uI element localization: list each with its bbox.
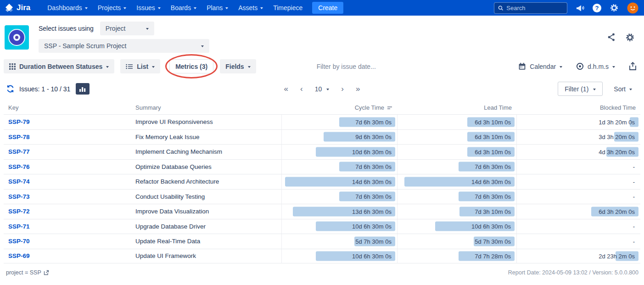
calendar-dropdown[interactable]: Calendar xyxy=(518,62,562,70)
issue-key-link[interactable]: SSP-71 xyxy=(4,223,131,230)
lead-time-cell: 7d 3h 10m 0s xyxy=(397,204,516,219)
issue-summary: Improve Data Visualization xyxy=(131,208,281,215)
table-row: SSP-76Optimize Database Queries7d 6h 30m… xyxy=(4,159,640,174)
blocked-time-cell: - xyxy=(516,190,640,204)
nav-item-projects[interactable]: Projects xyxy=(93,0,132,16)
view-mode-dropdown[interactable]: List xyxy=(120,59,160,73)
nav-item-label: Timepiece xyxy=(273,4,302,11)
issue-date-filter-input[interactable] xyxy=(317,63,415,70)
issue-key-link[interactable]: SSP-76 xyxy=(4,163,131,170)
cycle-time-cell: 7d 6h 30m 0s xyxy=(281,115,397,129)
filter-sort-icon xyxy=(387,106,392,110)
metrics-button[interactable]: Metrics (3) xyxy=(169,59,213,73)
report-settings-gear-icon[interactable] xyxy=(625,33,635,42)
external-link-icon xyxy=(44,270,49,275)
last-page-button[interactable]: » xyxy=(356,85,360,93)
cycle-time-cell: 5d 7h 30m 0s xyxy=(281,234,397,249)
cycle-time-cell: 13d 6h 30m 0s xyxy=(281,204,397,219)
chevron-down-icon xyxy=(593,89,596,90)
report-type-dropdown[interactable]: Duration Between Statuses xyxy=(4,59,114,73)
share-icon[interactable] xyxy=(607,33,616,42)
filter-dropdown[interactable]: Filter (1) xyxy=(558,82,603,96)
issue-key-link[interactable]: SSP-77 xyxy=(4,148,131,155)
global-search[interactable] xyxy=(494,2,567,14)
nav-item-label: Assets xyxy=(238,4,258,11)
duration-value: 3d 3h 20m 0s xyxy=(599,134,635,140)
issue-source-header: Select issues using Project SSP - Sample… xyxy=(0,16,644,56)
cycle-time-header-label: Cycle Time xyxy=(355,104,384,111)
column-header-cycle-time[interactable]: Cycle Time xyxy=(281,104,397,111)
page-size-value: 10 xyxy=(315,85,322,93)
jira-logo[interactable]: Jira xyxy=(5,3,30,12)
issue-key-link[interactable]: SSP-74 xyxy=(4,178,131,185)
column-header-summary[interactable]: Summary xyxy=(131,104,281,111)
project-dropdown[interactable]: SSP - Sample Scrum Project xyxy=(39,39,209,53)
issue-summary: Implement Caching Mechanism xyxy=(131,148,281,155)
duration-value: - xyxy=(633,238,635,245)
jql-text: project = SSP xyxy=(6,269,41,276)
chevron-down-icon xyxy=(326,89,329,90)
chevron-down-icon xyxy=(106,66,109,68)
page-size-dropdown[interactable]: 10 xyxy=(315,85,330,93)
issue-source-mode-dropdown[interactable]: Project xyxy=(100,22,154,35)
create-button[interactable]: Create xyxy=(312,2,343,14)
next-page-button[interactable]: › xyxy=(341,85,344,93)
column-header-blocked-time[interactable]: Blocked Time xyxy=(516,104,640,111)
nav-item-boards[interactable]: Boards xyxy=(166,0,202,16)
time-format-dropdown[interactable]: d.h.m.s xyxy=(576,62,615,70)
duration-value: - xyxy=(633,163,635,170)
chevron-down-icon xyxy=(201,45,204,47)
sort-label: Sort xyxy=(614,85,626,93)
duration-value: 10d 6h 30m 0s xyxy=(352,252,392,259)
chevron-down-icon xyxy=(612,66,615,68)
lead-time-cell: 7d 7h 28m 0s xyxy=(397,249,516,263)
lead-time-cell: 14d 6h 30m 0s xyxy=(397,174,516,189)
chart-view-toggle-button[interactable] xyxy=(76,83,90,95)
refresh-icon[interactable] xyxy=(6,84,15,93)
issues-pagination-bar: Issues: 1 - 10 / 31 « ‹ 10 › » Filter (1… xyxy=(0,78,644,101)
fields-dropdown[interactable]: Fields xyxy=(220,59,256,73)
sort-dropdown[interactable]: Sort xyxy=(614,85,632,93)
lead-time-cell: 5d 7h 30m 0s xyxy=(397,234,516,249)
nav-item-label: Projects xyxy=(98,4,121,11)
announcements-icon[interactable] xyxy=(576,4,584,12)
export-icon[interactable] xyxy=(629,62,637,71)
filter-label: Filter (1) xyxy=(565,85,588,93)
user-avatar[interactable] xyxy=(627,2,638,14)
duration-value: 7d 7h 28m 0s xyxy=(475,252,511,259)
blocked-time-cell: 2d 23h 2m 0s xyxy=(516,249,640,263)
jql-link[interactable]: project = SSP xyxy=(6,269,49,276)
cycle-time-cell: 7d 6h 30m 0s xyxy=(281,190,397,204)
lead-time-cell: 6d 3h 10m 0s xyxy=(397,115,516,129)
issue-key-link[interactable]: SSP-72 xyxy=(4,208,131,215)
table-row: SSP-79Improve UI Responsiveness7d 6h 30m… xyxy=(4,114,640,129)
nav-item-assets[interactable]: Assets xyxy=(233,0,268,16)
chevron-down-icon xyxy=(146,28,149,30)
view-mode-label: List xyxy=(137,63,148,70)
duration-value: - xyxy=(633,223,635,230)
issue-summary: Fix Memory Leak Issue xyxy=(131,134,281,140)
issues-count-label: Issues: 1 - 10 / 31 xyxy=(19,85,70,93)
issue-key-link[interactable]: SSP-70 xyxy=(4,238,131,245)
settings-gear-icon[interactable] xyxy=(610,3,619,12)
nav-item-issues[interactable]: Issues xyxy=(131,0,165,16)
help-icon[interactable]: ? xyxy=(593,4,601,12)
issue-summary: Improve UI Responsiveness xyxy=(131,118,281,125)
previous-page-button[interactable]: ‹ xyxy=(300,85,303,93)
search-input[interactable] xyxy=(506,5,563,11)
first-page-button[interactable]: « xyxy=(284,85,288,93)
report-meta-label: Report Date: 2024-05-09 13:02 / Version:… xyxy=(508,269,638,276)
issue-summary: Update UI Framework xyxy=(131,252,281,259)
nav-item-timepiece[interactable]: Timepiece xyxy=(268,0,308,16)
column-header-key[interactable]: Key xyxy=(4,104,131,111)
nav-item-dashboards[interactable]: Dashboards xyxy=(42,0,93,16)
issue-key-link[interactable]: SSP-73 xyxy=(4,193,131,200)
table-row: SSP-78Fix Memory Leak Issue9d 6h 30m 0s6… xyxy=(4,129,640,145)
issue-key-link[interactable]: SSP-78 xyxy=(4,134,131,140)
duration-value: - xyxy=(633,193,635,200)
nav-item-plans[interactable]: Plans xyxy=(202,0,233,16)
duration-value: 2d 23h 2m 0s xyxy=(599,252,635,259)
issue-key-link[interactable]: SSP-69 xyxy=(4,252,131,259)
issue-key-link[interactable]: SSP-79 xyxy=(4,118,131,125)
column-header-lead-time[interactable]: Lead Time xyxy=(397,104,516,111)
